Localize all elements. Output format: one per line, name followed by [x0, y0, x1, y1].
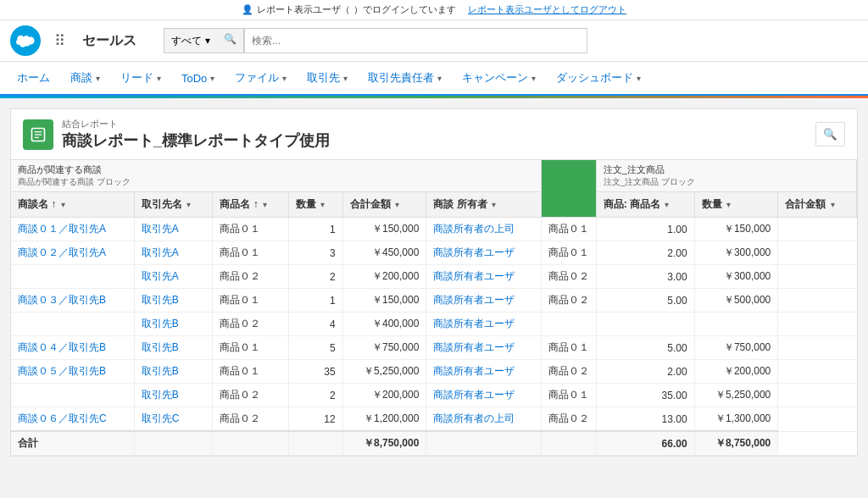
cell-owner[interactable]: 商談所有者ユーザ [426, 241, 541, 265]
cell-qty: 35 [288, 360, 342, 384]
cell-product: 商品０１ [213, 336, 288, 360]
logout-link[interactable]: レポート表示ユーザとしてログアウト [468, 3, 626, 16]
block2-section-header: 注文_注文商品 注文_注文商品 ブロック [596, 160, 856, 192]
total-p2-qty: 66.00 [596, 431, 694, 456]
sort-p2-product[interactable]: ▾ [663, 200, 670, 209]
search-input[interactable] [244, 28, 587, 53]
cell-product: 商品０２ [213, 313, 288, 336]
cell-p2-amount: ￥500,000 [694, 289, 778, 313]
nav-item-todo[interactable]: ToDo ▾ [171, 64, 225, 95]
cell-account[interactable]: 取引先A [134, 265, 213, 289]
total-p2-product [541, 431, 596, 456]
total-row: 合計￥8,750,00066.00￥8,750,000 [11, 431, 857, 456]
cell-owner[interactable]: 商談所有者ユーザ [426, 360, 541, 384]
table-row: 商談０６／取引先C取引先C商品０２12￥1,200,000商談所有者の上司商品０… [11, 407, 857, 432]
report-search-button[interactable]: 🔍 [815, 122, 845, 147]
report-header: 結合レポート 商談レポート_標準レポートタイプ使用 🔍 [10, 108, 858, 159]
report-subtitle: 結合レポート [62, 118, 330, 130]
report-table: 商品が関連する商談 商品が関連する商談 ブロック 注文_注文商品 注文_注文商品… [11, 160, 857, 456]
nav-item-contacts[interactable]: 取引先責任者 ▾ [358, 62, 452, 96]
cell-amount: ￥450,000 [342, 241, 426, 265]
cell-account[interactable]: 取引先B [134, 289, 213, 313]
cell-deal[interactable]: 商談０１／取引先A [11, 218, 134, 241]
cell-account[interactable]: 取引先B [134, 336, 213, 360]
cell-amount: ￥150,000 [342, 289, 426, 313]
cell-qty: 1 [288, 218, 342, 241]
sort-p2-qty[interactable]: ▾ [725, 200, 732, 209]
report-table-wrapper: 商品が関連する商談 商品が関連する商談 ブロック 注文_注文商品 注文_注文商品… [10, 159, 858, 456]
nav-item-accounts[interactable]: 取引先 ▾ [297, 62, 358, 96]
nav-todo-chevron: ▾ [210, 74, 214, 83]
cell-p2-product: 商品０２ [541, 407, 596, 432]
col-p2-qty: 数量 ▾ [694, 192, 778, 218]
cell-account[interactable]: 取引先A [134, 218, 213, 241]
cell-p2-qty: 5.00 [596, 289, 694, 313]
cell-product: 商品０２ [213, 265, 288, 289]
cell-account[interactable]: 取引先B [134, 384, 213, 407]
cell-deal[interactable]: 商談０６／取引先C [11, 407, 134, 432]
cell-deal[interactable]: 商談０２／取引先A [11, 241, 134, 265]
cell-product: 商品０１ [213, 241, 288, 265]
cell-p2-amount [694, 313, 778, 336]
cell-owner[interactable]: 商談所有者の上司 [426, 218, 541, 241]
cell-deal[interactable]: 商談０３／取引先B [11, 289, 134, 313]
cell-account[interactable]: 取引先A [134, 241, 213, 265]
nav-files-label: ファイル [235, 70, 279, 86]
cell-owner[interactable]: 商談所有者ユーザ [426, 384, 541, 407]
nav-item-home[interactable]: ホーム [7, 62, 60, 96]
nav-item-deals[interactable]: 商談 ▾ [60, 62, 110, 96]
sort-product[interactable]: ▾ [261, 200, 269, 209]
cell-account[interactable]: 取引先B [134, 360, 213, 384]
sort-account[interactable]: ▾ [185, 200, 192, 209]
nav-item-dashboards[interactable]: ダッシュボード ▾ [546, 62, 651, 96]
block2-block-label: 注文_注文商品 ブロック [604, 176, 849, 188]
cell-deal[interactable]: 商談０５／取引先B [11, 360, 134, 384]
cell-p2-product: 商品０１ [541, 336, 596, 360]
cell-deal [11, 313, 134, 336]
section-header-row: 商品が関連する商談 商品が関連する商談 ブロック 注文_注文商品 注文_注文商品… [11, 160, 857, 192]
cell-amount: ￥1,200,000 [342, 407, 426, 432]
cell-owner[interactable]: 商談所有者ユーザ [426, 265, 541, 289]
cell-owner[interactable]: 商談所有者ユーザ [426, 313, 541, 336]
cell-p2-qty: 5.00 [596, 336, 694, 360]
cell-owner[interactable]: 商談所有者ユーザ [426, 289, 541, 313]
total-empty1 [134, 431, 213, 456]
nav-files-chevron: ▾ [282, 74, 287, 83]
total-empty3 [288, 431, 342, 456]
nav-dashboards-chevron: ▾ [637, 74, 641, 83]
cell-owner[interactable]: 商談所有者の上司 [426, 407, 541, 432]
cell-deal[interactable]: 商談０４／取引先B [11, 336, 134, 360]
cell-product: 商品０１ [213, 218, 288, 241]
nav-todo-label: ToDo [181, 72, 207, 85]
nav-leads-label: リード [120, 70, 153, 86]
sort-deal[interactable]: ▾ [59, 200, 67, 209]
col-product: 商品名 ↑ ▾ [213, 192, 288, 218]
cell-owner[interactable]: 商談所有者ユーザ [426, 336, 541, 360]
cell-qty: 2 [288, 265, 342, 289]
nav-item-leads[interactable]: リード ▾ [110, 62, 171, 96]
app-grid-icon[interactable]: ⠿ [54, 31, 65, 50]
col-owner: 商談 所有者 ▾ [426, 192, 541, 218]
cell-account[interactable]: 取引先B [134, 313, 213, 336]
sort-p2-amount[interactable]: ▾ [829, 200, 837, 209]
total-block1-amount: ￥8,750,000 [342, 431, 426, 456]
cell-qty: 5 [288, 336, 342, 360]
cell-deal [11, 384, 134, 407]
table-row: 取引先A商品０２2￥200,000商談所有者ユーザ商品０２3.00￥300,00… [11, 265, 857, 289]
nav-campaigns-label: キャンペーン [462, 70, 528, 86]
search-dropdown[interactable]: すべて ▾ [164, 28, 217, 53]
cell-account[interactable]: 取引先C [134, 407, 213, 432]
nav-item-files[interactable]: ファイル ▾ [225, 62, 297, 96]
col-p2-product: 商品: 商品名 ▾ [596, 192, 694, 218]
cell-qty: 12 [288, 407, 342, 432]
total-p2-amount: ￥8,750,000 [694, 431, 778, 456]
sort-qty[interactable]: ▾ [319, 200, 326, 209]
sort-amount[interactable]: ▾ [393, 200, 401, 209]
nav-dashboards-label: ダッシュボード [556, 70, 633, 86]
cell-p2-product: 商品０１ [541, 218, 596, 241]
cell-p2-amount: ￥300,000 [694, 265, 778, 289]
sort-owner[interactable]: ▾ [490, 200, 498, 209]
cell-amount: ￥200,000 [342, 384, 426, 407]
report-title: 商談レポート_標準レポートタイプ使用 [62, 130, 330, 151]
nav-item-campaigns[interactable]: キャンペーン ▾ [452, 62, 546, 96]
